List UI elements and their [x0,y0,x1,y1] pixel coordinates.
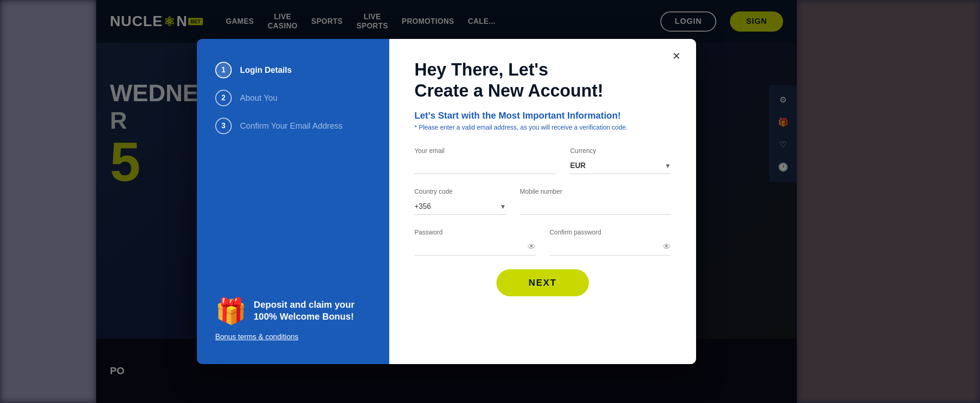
step-1-number: 1 [222,66,226,74]
password-eye-icon[interactable]: 👁 [528,242,536,252]
confirm-password-input[interactable] [550,240,671,256]
country-code-select[interactable]: +356 ▼ [414,199,506,215]
modal-overlay: 1 Login Details 2 About You 3 Confirm Yo… [96,0,797,403]
modal-left-panel: 1 Login Details 2 About You 3 Confirm Yo… [197,39,389,364]
chevron-down-icon: ▼ [664,162,671,169]
email-label: Your email [414,147,556,154]
step-2-circle: 2 [215,90,232,106]
confirm-password-eye-icon[interactable]: 👁 [663,242,671,252]
confirm-password-input-wrapper: 👁 [550,240,671,256]
country-code-label: Country code [414,188,506,195]
mobile-label: Mobile number [520,188,671,195]
currency-value: EUR [570,162,586,170]
modal-right-panel: ✕ Hey There, Let'sCreate a New Account! … [389,39,696,364]
country-code-group: Country code +356 ▼ [414,188,506,215]
treasure-chest-icon: 🎁 [215,299,247,324]
currency-select[interactable]: EUR ▼ [570,158,671,174]
bonus-section: 🎁 Deposit and claim your100% Welcome Bon… [215,299,371,341]
modal-title: Hey There, Let'sCreate a New Account! [414,60,671,101]
confirm-password-group: Confirm password 👁 [550,229,671,256]
password-label: Password [414,229,536,236]
step-2-label: About You [240,93,278,103]
form-row-2: Country code +356 ▼ Mobile number [414,188,671,215]
currency-label: Currency [570,147,671,154]
password-group: Password 👁 [414,229,536,256]
email-input[interactable] [414,158,556,174]
currency-group: Currency EUR ▼ [570,147,671,174]
registration-modal: 1 Login Details 2 About You 3 Confirm Yo… [197,39,696,364]
bonus-terms-link[interactable]: Bonus terms & conditions [215,333,298,341]
step-1-circle: 1 [215,62,232,78]
steps-container: 1 Login Details 2 About You 3 Confirm Yo… [215,62,371,134]
mobile-input[interactable] [520,199,671,215]
blur-right-panel [797,0,980,403]
confirm-password-label: Confirm password [550,229,671,236]
step-3-label: Confirm Your Email Address [240,121,343,131]
step-3-circle: 3 [215,118,232,134]
email-group: Your email [414,147,556,174]
password-input[interactable] [414,240,536,256]
modal-subtitle: Let's Start with the Most Important Info… [414,110,671,121]
step-2-item: 2 About You [215,90,371,106]
country-code-value: +356 [414,202,431,211]
mobile-group: Mobile number [520,188,671,215]
step-3-item: 3 Confirm Your Email Address [215,118,371,134]
step-3-number: 3 [222,122,226,130]
form-row-1: Your email Currency EUR ▼ [414,147,671,174]
step-2-number: 2 [222,94,226,102]
next-button[interactable]: NEXT [496,269,588,296]
treasure-area: 🎁 Deposit and claim your100% Welcome Bon… [215,299,371,324]
modal-note: * Please enter a valid email address, as… [414,124,671,131]
close-button[interactable]: ✕ [668,48,685,65]
password-input-wrapper: 👁 [414,240,536,256]
blur-left-panel [0,0,96,403]
country-chevron-icon: ▼ [500,203,506,210]
form-row-3: Password 👁 Confirm password 👁 [414,229,671,256]
bonus-text: Deposit and claim your100% Welcome Bonus… [254,299,354,322]
step-1-item: 1 Login Details [215,62,371,78]
step-1-label: Login Details [240,65,292,75]
